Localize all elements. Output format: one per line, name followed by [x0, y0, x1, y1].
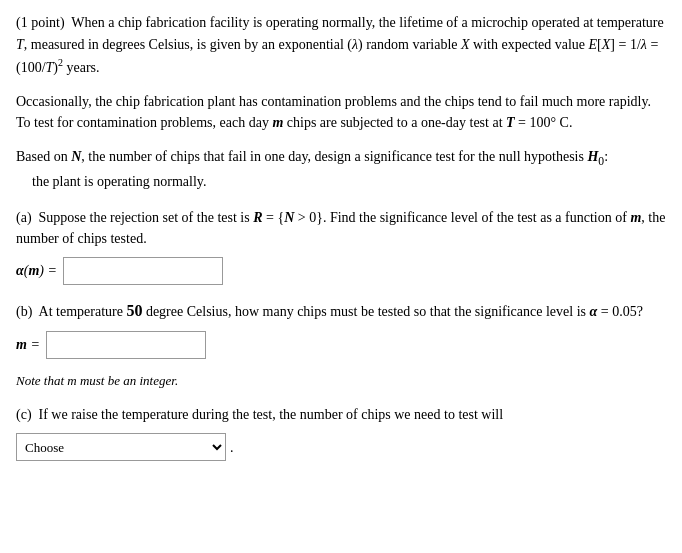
- part-a-answer-label: α(m) =: [16, 260, 57, 281]
- paragraph-2: Occasionally, the chip fabrication plant…: [16, 91, 666, 134]
- part-b-label: (b) At temperature 50 degree Celsius, ho…: [16, 299, 666, 323]
- part-c-section: (c) If we raise the temperature during t…: [16, 404, 666, 461]
- part-b-answer-label: m =: [16, 334, 40, 355]
- part-a-answer-row: α(m) =: [16, 257, 666, 285]
- part-a-section: (a) Suppose the rejection set of the tes…: [16, 207, 666, 285]
- paragraph-1: (1 point) When a chip fabrication facili…: [16, 12, 666, 79]
- part-b-section: (b) At temperature 50 degree Celsius, ho…: [16, 299, 666, 391]
- part-b-answer-row: m =: [16, 331, 666, 359]
- part-c-label: (c) If we raise the temperature during t…: [16, 404, 666, 425]
- part-a-label: (a) Suppose the rejection set of the tes…: [16, 207, 666, 249]
- part-c-dropdown[interactable]: Choose increase decrease stay the same: [16, 433, 226, 461]
- paragraph-3: Based on N, the number of chips that fai…: [16, 146, 666, 193]
- note-text: Note that m must be an integer.: [16, 371, 666, 391]
- period: .: [230, 437, 234, 458]
- part-b-input[interactable]: [46, 331, 206, 359]
- part-a-input[interactable]: [63, 257, 223, 285]
- part-c-dropdown-row: Choose increase decrease stay the same .: [16, 433, 666, 461]
- part-c-text: If we raise the temperature during the t…: [39, 407, 504, 422]
